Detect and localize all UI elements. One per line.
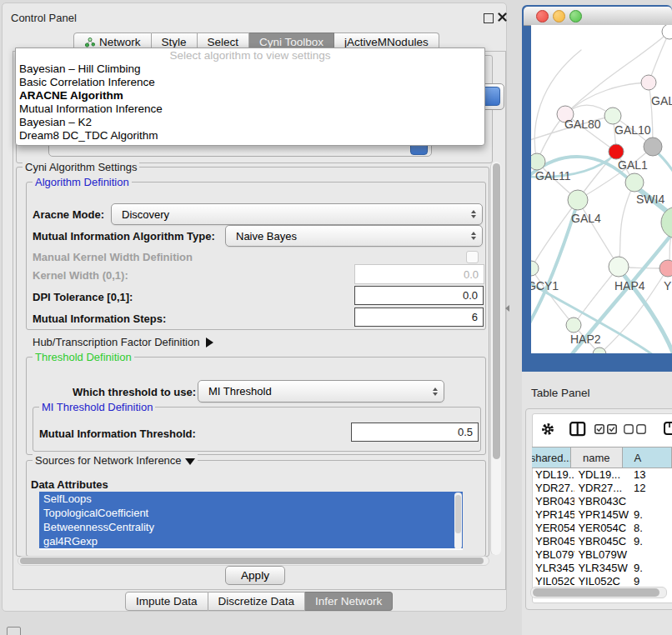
settings-horizontal-scrollbar[interactable] bbox=[18, 556, 489, 566]
tab-infer-network[interactable]: Infer Network bbox=[305, 592, 393, 611]
apply-button[interactable]: Apply bbox=[225, 566, 285, 585]
network-edge[interactable] bbox=[619, 182, 634, 267]
network-edge[interactable] bbox=[649, 32, 669, 82]
table-row[interactable]: YBL079WYBL079W bbox=[532, 548, 672, 562]
algorithm-option-mutual-information-inference[interactable]: Mutual Information Inference bbox=[16, 102, 484, 116]
algorithm-dropdown-list: Bayesian – Hill ClimbingBasic Correlatio… bbox=[16, 62, 484, 142]
float-window-icon[interactable] bbox=[484, 13, 494, 23]
network-window-titlebar[interactable] bbox=[524, 7, 672, 26]
column-header-a[interactable]: A bbox=[623, 447, 672, 468]
zoom-traffic-light[interactable] bbox=[569, 10, 582, 22]
table-row[interactable]: YBR045CYBR045C9. bbox=[532, 535, 672, 548]
node-label: GAL1 bbox=[618, 158, 648, 172]
network-node[interactable] bbox=[661, 207, 672, 238]
gear-icon[interactable] bbox=[540, 422, 555, 437]
column-view-icon[interactable] bbox=[569, 422, 586, 437]
table-row[interactable]: YPR145WYPR145W9. bbox=[532, 508, 672, 522]
algorithm-dropdown-placeholder: Select algorithm to view settings bbox=[16, 49, 484, 62]
which-threshold-value: MI Threshold bbox=[198, 385, 427, 398]
node-label: HAP2 bbox=[570, 332, 601, 346]
algorithm-option-bayesian-hill-climbing[interactable]: Bayesian – Hill Climbing bbox=[16, 62, 484, 76]
table-panel-title: Table Panel bbox=[531, 387, 590, 399]
attribute-item-topologicalcoefficient[interactable]: TopologicalCoefficient bbox=[39, 506, 463, 520]
table-row[interactable]: YIL052CYIL052C9 bbox=[532, 575, 672, 587]
tab-discretize-data[interactable]: Discretize Data bbox=[208, 592, 306, 611]
mi-threshold-field[interactable]: 0.5 bbox=[351, 422, 479, 442]
tab-impute-data[interactable]: Impute Data bbox=[125, 592, 208, 611]
which-threshold-label: Which threshold to use: bbox=[73, 386, 196, 398]
minimize-traffic-light[interactable] bbox=[553, 10, 565, 22]
unchecked-columns-icon[interactable] bbox=[624, 424, 647, 434]
network-node-y[interactable] bbox=[659, 260, 672, 277]
hub-definition-expander[interactable]: Hub/Transcription Factor Definition bbox=[33, 336, 213, 348]
table-cell: YDR27... bbox=[574, 482, 630, 495]
combo-arrows-icon bbox=[465, 210, 482, 218]
table-cell: 9. bbox=[630, 508, 672, 522]
network-canvas[interactable]: GALGAL80GAL10GAL1SWI4GAL11GAL4GCY1HAP4YH… bbox=[531, 25, 672, 353]
collapse-down-icon bbox=[185, 458, 195, 465]
settings-vertical-scrollbar[interactable] bbox=[490, 162, 501, 555]
checked-columns-icon[interactable] bbox=[594, 424, 618, 434]
network-node-gal4[interactable] bbox=[568, 190, 588, 210]
network-edge[interactable] bbox=[578, 200, 619, 267]
combo-arrows-icon bbox=[427, 388, 444, 396]
close-traffic-light[interactable] bbox=[536, 10, 549, 22]
network-node-swi4[interactable] bbox=[625, 173, 644, 192]
manual-kernel-checkbox[interactable] bbox=[466, 251, 479, 263]
splitter-collapse-icon[interactable] bbox=[505, 305, 509, 312]
table-row[interactable]: YLR345WYLR345W9. bbox=[532, 562, 672, 575]
sources-group-title[interactable]: Sources for Network Inference bbox=[33, 454, 198, 467]
network-node-gal[interactable] bbox=[641, 75, 656, 90]
collapsed-panel-icon[interactable] bbox=[7, 627, 21, 635]
network-edge[interactable] bbox=[574, 267, 619, 325]
aracne-mode-combo[interactable]: Discovery bbox=[111, 203, 483, 225]
bottom-tabs: Impute DataDiscretize DataInfer Network bbox=[125, 592, 393, 611]
which-threshold-combo[interactable]: MI Threshold bbox=[198, 380, 444, 402]
close-window-icon[interactable] bbox=[497, 12, 508, 22]
network-node-gal10[interactable] bbox=[604, 108, 621, 124]
network-node-gal1[interactable] bbox=[609, 144, 624, 159]
mi-steps-field[interactable]: 6 bbox=[354, 308, 484, 327]
table-row[interactable]: YBR043CYBR043C bbox=[532, 495, 672, 508]
tab-label: Network bbox=[99, 36, 141, 48]
attributes-list-scrollbar[interactable] bbox=[454, 492, 462, 549]
algorithm-option-aracne-algorithm[interactable]: ARACNE Algorithm bbox=[16, 89, 484, 102]
manual-kernel-label: Manual Kernel Width Definition bbox=[33, 251, 193, 263]
table-cell: YBR043C bbox=[574, 495, 630, 508]
attribute-item-betweennesscentrality[interactable]: BetweennessCentrality bbox=[39, 520, 463, 534]
table-cell: YER054C bbox=[532, 522, 574, 535]
table-row[interactable]: YDR27...YDR27...12 bbox=[532, 482, 672, 495]
attribute-item-selfloops[interactable]: SelfLoops bbox=[39, 492, 463, 506]
network-edge[interactable] bbox=[531, 200, 578, 268]
network-node[interactable] bbox=[644, 138, 662, 156]
table-row[interactable]: YER054CYER054C8. bbox=[532, 522, 672, 535]
table-cell: YBR043C bbox=[532, 495, 574, 508]
algorithm-definition-title: Algorithm Definition bbox=[33, 176, 132, 188]
table-cell: YER054C bbox=[574, 522, 630, 535]
algorithm-option-bayesian-k2[interactable]: Bayesian – K2 bbox=[16, 116, 484, 129]
tab-label: Select bbox=[208, 36, 239, 48]
table-cell: 9. bbox=[630, 535, 672, 548]
attribute-item-gal4rgexp[interactable]: gal4RGexp bbox=[39, 534, 463, 548]
table-cell: YIL052C bbox=[574, 575, 630, 587]
algorithm-option-dream8-dc-tdc-algorithm[interactable]: Dream8 DC_TDC Algorithm bbox=[16, 129, 484, 142]
column-header-name[interactable]: name bbox=[571, 447, 623, 468]
table-horizontal-scrollbar[interactable] bbox=[530, 587, 667, 598]
partial-table-icon[interactable] bbox=[664, 421, 672, 436]
mi-type-combo[interactable]: Naive Bayes bbox=[225, 225, 483, 247]
table-cell: YDR27... bbox=[532, 482, 574, 495]
network-edge[interactable] bbox=[649, 82, 653, 147]
kernel-width-label: Kernel Width (0,1): bbox=[33, 269, 128, 282]
algorithm-option-basic-correlation-inference[interactable]: Basic Correlation Inference bbox=[16, 76, 484, 89]
network-node-gcy1[interactable] bbox=[531, 261, 539, 276]
table-row[interactable]: YDL19...YDL19...13 bbox=[532, 468, 672, 482]
dpi-tolerance-field[interactable]: 0.0 bbox=[354, 286, 484, 305]
network-node-hap2[interactable] bbox=[566, 318, 581, 332]
node-table: shared...nameA YDL19...YDL19...13YDR27..… bbox=[532, 447, 672, 587]
network-node-hap4[interactable] bbox=[609, 257, 629, 277]
tab-label: Impute Data bbox=[136, 595, 198, 608]
table-cell: YDL19... bbox=[574, 468, 630, 482]
kernel-width-field[interactable]: 0.0 bbox=[354, 264, 484, 284]
column-header-shared[interactable]: shared... bbox=[532, 447, 571, 468]
network-node-gal11[interactable] bbox=[531, 153, 545, 170]
